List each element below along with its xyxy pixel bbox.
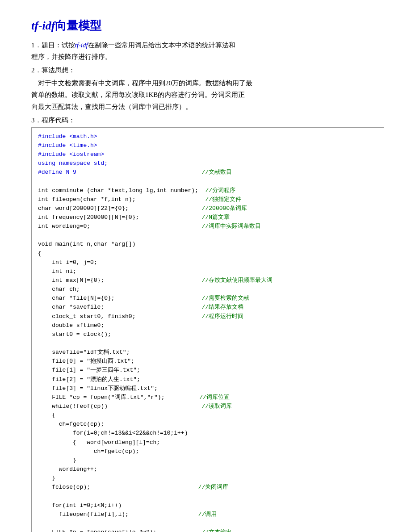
code-line-25: file[2] = "漂泊的人生.txt"; [38, 375, 377, 384]
code-line-16: char ch; [38, 285, 377, 294]
code-line-22: savefile="idf文档.txt"; [38, 348, 377, 357]
code-line-4: using namespace std; [38, 159, 377, 168]
code-line-34: } [38, 456, 377, 465]
code-line-blank5 [38, 519, 377, 528]
code-block: #include <math.h> #include <time.h> #inc… [31, 127, 384, 532]
code-line-37: fclose(cp); //关闭词库 [38, 483, 377, 492]
code-line-6: int comminute (char *text,long lg,int nu… [38, 186, 377, 195]
code-line-blank4 [38, 492, 377, 501]
section1-suffix: 在剔除一些常用词后给出文本中术语的统计算法和 [88, 42, 235, 49]
code-line-21: start0 = clock(); [38, 330, 377, 339]
page-title: tf-idf向量模型 [31, 18, 384, 34]
section1-italic: tf-idf [75, 42, 88, 49]
code-line-blank3 [38, 339, 377, 348]
code-line-26: file[3] = "linux下驱动编程.txt"; [38, 384, 377, 393]
code-line-36: } [38, 474, 377, 483]
code-line-1: #include <math.h> [38, 132, 377, 141]
code-line-5: #define N 9 //文献数目 [38, 168, 377, 177]
code-line-18: char *savefile; //结果存放文档 [38, 303, 377, 312]
code-line-9: int frequency[200000][N]={0}; //N篇文章 [38, 213, 377, 222]
code-line-15: int max[N]={0}; //存放文献使用频率最大词 [38, 276, 377, 285]
code-line-blank2 [38, 231, 377, 240]
code-line-14: int ni; [38, 267, 377, 276]
code-line-35: wordleng++; [38, 465, 377, 474]
section2-heading: 2．算法思想： [31, 66, 384, 75]
code-line-19: clock_t start0, finish0; //程序运行时间 [38, 312, 377, 321]
section1-line2: 程序，并按降序进行排序。 [31, 53, 112, 60]
code-line-blank1 [38, 177, 377, 186]
code-line-40: FILE *p = fopen(savefile,"w"); //文本输出 [38, 528, 377, 532]
section1-prefix: 1．题目：试按 [31, 42, 75, 49]
title-italic: tf-idf [31, 19, 55, 32]
code-line-8: char word[200000][22]={0}; //200000条词库 [38, 204, 377, 213]
code-line-2: #include <time.h> [38, 141, 377, 150]
code-line-38: for(int i=0;i<N;i++) [38, 501, 377, 510]
code-line-30: ch=fgetc(cp); [38, 420, 377, 429]
section2-body: 对于中文检索需要有中文词库，程序中用到20万的词库。数据结构用了最 简单的数组。… [31, 77, 384, 113]
code-line-31: for(i=0;ch!=13&&i<22&&ch!=10;i++) [38, 429, 377, 438]
code-line-28: while(!feof(cp)) //读取词库 [38, 402, 377, 411]
code-line-39: fileopen(file[i],i); //调用 [38, 510, 377, 519]
code-line-17: char *file[N]={0}; //需要检索的文献 [38, 294, 377, 303]
code-line-24: file[1] = "一梦三四年.txt"; [38, 366, 377, 375]
section1-text: 1．题目：试按tf-idf在剔除一些常用词后给出文本中术语的统计算法和 程序，并… [31, 40, 384, 63]
code-line-12: { [38, 249, 377, 258]
code-line-7: int fileopen(char *f,int n); //独指定文件 [38, 195, 377, 204]
code-line-13: int i=0, j=0; [38, 258, 377, 267]
code-line-10: int wordleng=0; //词库中实际词条数目 [38, 222, 377, 231]
title-rest: 向量模型 [55, 19, 101, 32]
code-line-11: void main(int n,char *arg[]) [38, 240, 377, 249]
section3-heading: 3．程序代码： [31, 116, 384, 125]
code-line-3: #include <iostream> [38, 150, 377, 159]
code-line-33: ch=fgetc(cp); [38, 447, 377, 456]
code-line-32: { word[wordleng][i]=ch; [38, 438, 377, 447]
code-line-23: file[0] = "抱摸山西.txt"; [38, 357, 377, 366]
code-line-27: FILE *cp = fopen("词库.txt","r"); //词库位置 [38, 393, 377, 402]
code-line-20: double sftime0; [38, 321, 377, 330]
code-line-29: { [38, 411, 377, 420]
